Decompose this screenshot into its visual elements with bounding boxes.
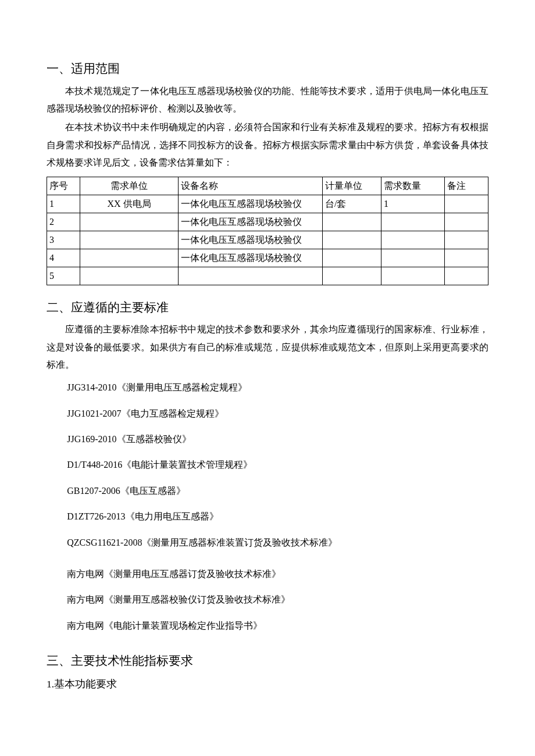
standard-item: JJG1021-2007《电力互感器检定规程》	[47, 401, 488, 427]
th-qty: 需求数量	[381, 177, 445, 195]
table-row: 5	[47, 267, 488, 285]
standard-item: JJG169-2010《互感器校验仪》	[47, 427, 488, 452]
standard-item: JJG314-2010《测量用电压互感器检定规程》	[47, 375, 488, 400]
standard-item: 南方电网《电能计量装置现场检定作业指导书》	[47, 613, 488, 639]
section-3-sub-1: 1.基本功能要求	[47, 675, 488, 694]
cell-measure: 台/套	[323, 195, 381, 213]
section-1-paragraph-1: 本技术规范规定了一体化电压互感器现场校验仪的功能、性能等技术要求，适用于供电局一…	[47, 83, 488, 118]
standard-item: 南方电网《测量用电压互感器订货及验收技术标准》	[47, 561, 488, 587]
cell-name: 一体化电压互感器现场校验仪	[179, 249, 323, 267]
cell-name: 一体化电压互感器现场校验仪	[179, 213, 323, 231]
th-unit: 需求单位	[80, 177, 179, 195]
cell-unit	[80, 249, 179, 267]
cell-unit	[80, 213, 179, 231]
cell-seq: 5	[47, 267, 80, 285]
standard-item: GB1207-2006《电压互感器》	[47, 478, 488, 504]
cell-note	[445, 213, 488, 231]
table-row: 1 XX 供电局 一体化电压互感器现场校验仪 台/套 1	[47, 195, 488, 213]
cell-qty: 1	[381, 195, 445, 213]
standard-item: D1ZT726-2013《电力用电压互感器》	[47, 504, 488, 529]
cell-name: 一体化电压互感器现场校验仪	[179, 231, 323, 249]
cell-name: 一体化电压互感器现场校验仪	[179, 195, 323, 213]
cell-seq: 2	[47, 213, 80, 231]
th-note: 备注	[445, 177, 488, 195]
cell-note	[445, 249, 488, 267]
table-row: 2 一体化电压互感器现场校验仪	[47, 213, 488, 231]
cell-qty	[381, 231, 445, 249]
cell-note	[445, 267, 488, 285]
section-2-title: 二、应遵循的主要标准	[47, 298, 488, 318]
cell-qty	[381, 249, 445, 267]
cell-qty	[381, 267, 445, 285]
cell-unit: XX 供电局	[80, 195, 179, 213]
cell-name	[179, 267, 323, 285]
section-1-paragraph-2: 在本技术协议书中未作明确规定的内容，必须符合国家和行业有关标准及规程的要求。招标…	[47, 119, 488, 171]
standard-item: D1/T448-2016《电能计量装置技术管理规程》	[47, 452, 488, 478]
section-1-title: 一、适用范围	[47, 59, 488, 79]
cell-measure	[323, 231, 381, 249]
section-2-paragraph-1: 应遵循的主要标准除本招标书中规定的技术参数和要求外，其余均应遵循现行的国家标准、…	[47, 321, 488, 374]
th-seq: 序号	[47, 177, 80, 195]
standard-item: QZCSG11621-2008《测量用互感器标准装置订货及验收技术标准》	[47, 530, 488, 556]
requirement-table: 序号 需求单位 设备名称 计量单位 需求数量 备注 1 XX 供电局 一体化电压…	[47, 177, 488, 285]
cell-seq: 4	[47, 249, 80, 267]
cell-seq: 3	[47, 231, 80, 249]
standard-item: 南方电网《测量用互感器校验仪订货及验收技术标准》	[47, 587, 488, 612]
cell-unit	[80, 231, 179, 249]
cell-unit	[80, 267, 179, 285]
table-header-row: 序号 需求单位 设备名称 计量单位 需求数量 备注	[47, 177, 488, 195]
th-measure: 计量单位	[323, 177, 381, 195]
cell-note	[445, 231, 488, 249]
table-row: 3 一体化电压互感器现场校验仪	[47, 231, 488, 249]
cell-note	[445, 195, 488, 213]
cell-qty	[381, 213, 445, 231]
cell-seq: 1	[47, 195, 80, 213]
cell-measure	[323, 249, 381, 267]
cell-measure	[323, 267, 381, 285]
section-3-title: 三、主要技术性能指标要求	[47, 651, 488, 671]
cell-measure	[323, 213, 381, 231]
table-row: 4 一体化电压互感器现场校验仪	[47, 249, 488, 267]
th-name: 设备名称	[179, 177, 323, 195]
